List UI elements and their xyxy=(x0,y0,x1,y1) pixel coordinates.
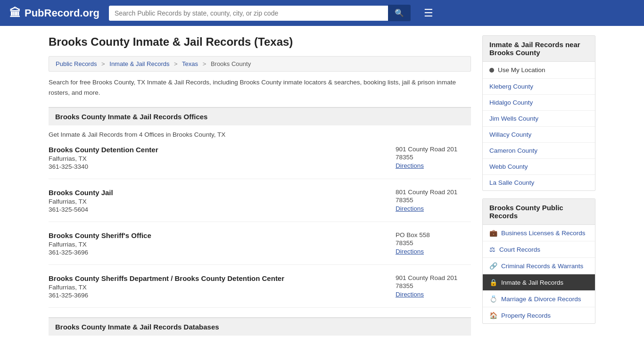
nearby-county-link[interactable]: La Salle County xyxy=(483,175,595,190)
office-phone: 361-325-3696 xyxy=(49,292,386,299)
directions-link[interactable]: Directions xyxy=(396,205,424,212)
nearby-box: Inmate & Jail Records near Brooks County… xyxy=(482,35,595,191)
office-entry: Brooks County Detention Center Falfurria… xyxy=(49,146,471,179)
nearby-county-link[interactable]: Webb County xyxy=(483,159,595,175)
breadcrumb: Public Records > Inmate & Jail Records >… xyxy=(49,56,471,72)
office-count: Get Inmate & Jail Records from 4 Offices… xyxy=(49,131,471,138)
office-street: PO Box 558 xyxy=(396,231,471,239)
search-icon: 🔍 xyxy=(395,9,404,17)
office-left: Brooks County Jail Falfurrias, TX 361-32… xyxy=(49,189,386,214)
directions-link[interactable]: Directions xyxy=(396,291,424,298)
ring-icon: 💍 xyxy=(489,295,497,303)
offices-section-header: Brooks County Inmate & Jail Records Offi… xyxy=(49,107,471,125)
sidebar-item-marriage[interactable]: 💍 Marriage & Divorce Records xyxy=(483,291,595,307)
house-icon: 🏠 xyxy=(489,312,497,319)
sidebar-item-court[interactable]: ⚖ Court Records xyxy=(483,241,595,258)
office-city-state: Falfurrias, TX xyxy=(49,241,386,248)
search-bar: 🔍 xyxy=(109,5,411,21)
search-input[interactable] xyxy=(109,6,388,21)
office-entry: Brooks County Jail Falfurrias, TX 361-32… xyxy=(49,189,471,222)
breadcrumb-inmate-records[interactable]: Inmate & Jail Records xyxy=(109,60,169,67)
office-street: 801 County Road 201 xyxy=(396,189,471,196)
sidebar-item-inmate[interactable]: 🔒 Inmate & Jail Records xyxy=(483,274,595,291)
office-right: 801 County Road 201 78355 Directions xyxy=(386,189,471,212)
office-left: Brooks County Sheriff's Office Falfurria… xyxy=(49,231,386,257)
page-title: Brooks County Inmate & Jail Records (Tex… xyxy=(49,35,471,49)
site-header: 🏛 PubRecord.org 🔍 ☰ xyxy=(0,0,644,26)
office-zip: 78355 xyxy=(396,239,471,247)
nearby-county-link[interactable]: Kleberg County xyxy=(483,79,595,95)
office-right: 901 County Road 201 78355 Directions xyxy=(386,146,471,169)
public-records-header: Brooks County Public Records xyxy=(483,199,595,225)
directions-link[interactable]: Directions xyxy=(396,248,424,255)
sidebar: Inmate & Jail Records near Brooks County… xyxy=(482,35,595,341)
office-zip: 78355 xyxy=(396,197,471,204)
page-description: Search for free Brooks County, TX Inmate… xyxy=(49,77,471,98)
office-zip: 78355 xyxy=(396,282,471,289)
office-right: PO Box 558 78355 Directions xyxy=(386,231,471,255)
office-name: Brooks County Sheriff's Office xyxy=(49,231,386,239)
databases-section: Brooks County Inmate & Jail Records Data… xyxy=(49,317,471,336)
logo-text: PubRecord.org xyxy=(25,7,99,19)
sidebar-item-property[interactable]: 🏠 Property Records xyxy=(483,307,595,323)
office-city-state: Falfurrias, TX xyxy=(49,198,386,205)
directions-link[interactable]: Directions xyxy=(396,162,424,169)
use-location-label: Use My Location xyxy=(498,66,545,74)
databases-section-header: Brooks County Inmate & Jail Records Data… xyxy=(49,317,471,336)
office-right: 901 County Road 201 78355 Directions xyxy=(386,274,471,298)
sidebar-item-business[interactable]: 💼 Business Licenses & Records xyxy=(483,225,595,241)
office-zip: 78355 xyxy=(396,154,471,161)
public-records-box: Brooks County Public Records 💼 Business … xyxy=(482,198,595,324)
nearby-county-link[interactable]: Willacy County xyxy=(483,127,595,143)
office-name: Brooks County Detention Center xyxy=(49,146,386,154)
scales-icon: ⚖ xyxy=(489,246,495,253)
sidebar-item-label: Inmate & Jail Records xyxy=(501,279,563,286)
office-left: Brooks County Sheriffs Department / Broo… xyxy=(49,274,386,300)
office-phone: 361-325-5604 xyxy=(49,206,386,213)
office-street: 901 County Road 201 xyxy=(396,274,471,281)
sidebar-item-label: Marriage & Divorce Records xyxy=(501,296,581,303)
office-name: Brooks County Jail xyxy=(49,189,386,197)
sidebar-item-label: Criminal Records & Warrants xyxy=(501,263,583,270)
briefcase-icon: 💼 xyxy=(489,229,497,237)
sidebar-item-criminal[interactable]: 🔗 Criminal Records & Warrants xyxy=(483,258,595,274)
office-name: Brooks County Sheriffs Department / Broo… xyxy=(49,274,386,282)
office-phone: 361-325-3696 xyxy=(49,249,386,256)
breadcrumb-sep-2: > xyxy=(174,60,178,67)
office-city-state: Falfurrias, TX xyxy=(49,284,386,291)
nearby-county-link[interactable]: Cameron County xyxy=(483,143,595,159)
use-location-item[interactable]: Use My Location xyxy=(483,62,595,79)
lock-icon: 🔒 xyxy=(489,279,497,286)
link-icon: 🔗 xyxy=(489,262,497,270)
office-street: 901 County Road 201 xyxy=(396,146,471,153)
sidebar-item-label: Property Records xyxy=(501,312,551,319)
content-area: Brooks County Inmate & Jail Records (Tex… xyxy=(49,35,471,341)
menu-button[interactable]: ☰ xyxy=(424,7,433,19)
search-button[interactable]: 🔍 xyxy=(388,5,411,21)
main-container: Brooks County Inmate & Jail Records (Tex… xyxy=(39,26,605,351)
breadcrumb-county: Brooks County xyxy=(211,60,251,67)
menu-icon: ☰ xyxy=(424,7,433,19)
site-logo[interactable]: 🏛 PubRecord.org xyxy=(9,7,99,20)
location-icon xyxy=(489,68,494,73)
office-entry: Brooks County Sheriffs Department / Broo… xyxy=(49,274,471,308)
nearby-county-link[interactable]: Hidalgo County xyxy=(483,95,595,111)
breadcrumb-sep-1: > xyxy=(101,60,105,67)
sidebar-item-label: Business Licenses & Records xyxy=(501,230,586,237)
breadcrumb-public-records[interactable]: Public Records xyxy=(56,60,97,67)
logo-icon: 🏛 xyxy=(9,7,21,20)
nearby-county-link[interactable]: Jim Wells County xyxy=(483,111,595,127)
office-left: Brooks County Detention Center Falfurria… xyxy=(49,146,386,171)
office-phone: 361-325-3340 xyxy=(49,163,386,170)
sidebar-item-label: Court Records xyxy=(499,246,540,253)
breadcrumb-sep-3: > xyxy=(203,60,206,67)
office-city-state: Falfurrias, TX xyxy=(49,155,386,162)
breadcrumb-texas[interactable]: Texas xyxy=(182,60,198,67)
office-entry: Brooks County Sheriff's Office Falfurria… xyxy=(49,231,471,265)
nearby-header: Inmate & Jail Records near Brooks County xyxy=(483,36,595,62)
